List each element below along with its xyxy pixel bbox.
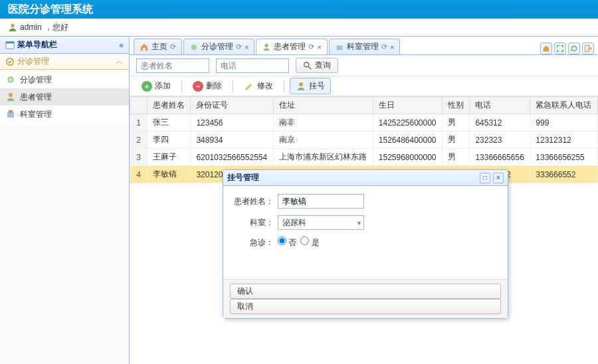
row-number: 3	[130, 149, 148, 166]
cell-sex: 男	[443, 132, 470, 149]
col-name[interactable]: 患者姓名	[148, 97, 191, 114]
col-id[interactable]: 身份证号	[191, 97, 274, 114]
svg-rect-8	[143, 47, 146, 50]
chevron-down-icon: ▾	[357, 219, 361, 227]
search-name-input[interactable]	[136, 58, 209, 73]
row-number: 1	[130, 114, 148, 132]
cell-addr: 上海市浦东新区幻林东路	[273, 149, 373, 166]
nav-item-triage[interactable]: 分诊管理	[0, 71, 129, 88]
cell-ephone: 13366656255	[530, 149, 598, 166]
nav-item-dept[interactable]: 科室管理	[0, 106, 129, 123]
svg-rect-11	[337, 45, 343, 50]
register-button[interactable]: 挂号	[290, 78, 331, 94]
col-phone[interactable]: 电话	[470, 97, 530, 114]
separator	[181, 80, 182, 92]
close-icon[interactable]: ×	[390, 43, 394, 51]
user-icon	[8, 23, 17, 32]
home-button[interactable]	[540, 43, 552, 54]
patient-icon	[5, 92, 16, 102]
cell-id: 348934	[191, 132, 274, 149]
dept-value: 泌尿科	[282, 217, 306, 228]
logout-button[interactable]	[582, 43, 594, 54]
cell-ephone: 999	[530, 114, 598, 132]
dialog-close-button[interactable]: ×	[493, 173, 504, 183]
urgent-yes-radio[interactable]	[300, 236, 309, 245]
search-label: 查询	[315, 60, 331, 71]
dept-icon	[335, 43, 344, 52]
cell-phone: 13366665656	[470, 149, 530, 166]
edit-label: 修改	[257, 80, 273, 92]
tab-label: 患者管理	[274, 41, 306, 52]
col-addr[interactable]: 住址	[273, 97, 373, 114]
accordion-header[interactable]: 分诊管理 ︿	[0, 54, 129, 70]
close-icon[interactable]: ×	[317, 43, 321, 51]
dialog-title-bar[interactable]: 挂号管理 □ ×	[223, 170, 508, 186]
search-bar: 查询	[130, 55, 598, 76]
urgent-no-option[interactable]: 否	[278, 236, 296, 248]
dept-select[interactable]: 泌尿科 ▾	[278, 215, 364, 230]
sidebar-collapse-icon[interactable]: «	[119, 41, 124, 50]
cell-ephone: 12312312	[530, 132, 598, 149]
tab-label: 主页	[151, 41, 167, 52]
cell-name: 张三	[148, 114, 191, 132]
table-row[interactable]: 2 李四 348934 南京 1526486400000 男 232323 12…	[130, 132, 598, 149]
group-icon	[5, 57, 15, 66]
add-icon: +	[142, 81, 152, 92]
nav-item-patients[interactable]: 患者管理	[0, 88, 129, 106]
urgent-yes-option[interactable]: 是	[300, 236, 319, 248]
delete-button[interactable]: − 删除	[187, 78, 227, 94]
search-phone-input[interactable]	[216, 58, 289, 73]
ok-button[interactable]: 确认	[230, 284, 501, 299]
tab-dept[interactable]: 科室管理 ⟳ ×	[329, 39, 400, 54]
urgent-no-radio[interactable]	[278, 236, 286, 245]
urgent-label: 急诊：	[234, 237, 274, 248]
name-input[interactable]	[278, 194, 364, 209]
add-label: 添加	[155, 80, 171, 92]
cell-birth: 1526486400000	[373, 132, 442, 149]
table-row[interactable]: 1 张三 123456 南非 1425225600000 男 645312 99…	[130, 114, 598, 132]
search-icon	[303, 61, 312, 70]
cell-birth: 1525968000000	[373, 149, 442, 166]
nav-item-label: 科室管理	[20, 109, 52, 120]
col-sex[interactable]: 性别	[443, 97, 470, 114]
row-number: 4	[130, 166, 148, 183]
dialog-max-button[interactable]: □	[480, 173, 490, 183]
cell-name: 王麻子	[148, 149, 191, 166]
delete-label: 删除	[206, 80, 222, 92]
tab-patients[interactable]: 患者管理 ⟳ ×	[256, 39, 327, 54]
table-row[interactable]: 3 王麻子 6201032566552554 上海市浦东新区幻林东路 15259…	[130, 149, 598, 166]
svg-point-13	[304, 62, 309, 66]
app-title: 医院分诊管理系统	[8, 3, 93, 15]
add-button[interactable]: + 添加	[136, 78, 176, 94]
svg-rect-6	[7, 112, 14, 118]
tab-triage[interactable]: 分诊管理 ⟳ ×	[183, 39, 254, 54]
close-icon[interactable]: ×	[245, 43, 249, 51]
cancel-button[interactable]: 取消	[230, 299, 501, 314]
dialog-title: 挂号管理	[227, 172, 259, 183]
cell-phone: 645312	[470, 114, 530, 132]
dept-icon	[5, 109, 16, 120]
cell-id: 123456	[191, 114, 274, 132]
search-button[interactable]: 查询	[296, 58, 338, 73]
col-ephone[interactable]: 紧急联系人电话	[530, 97, 598, 114]
cell-phone: 232323	[470, 132, 530, 149]
reload-icon[interactable]: ⟳	[308, 43, 314, 51]
reload-icon[interactable]: ⟳	[236, 43, 242, 51]
register-label: 挂号	[309, 80, 325, 92]
svg-point-9	[191, 44, 197, 50]
dept-label: 科室：	[234, 217, 274, 228]
refresh-button[interactable]	[568, 43, 580, 54]
user-greeting: ，您好	[45, 22, 68, 33]
svg-rect-7	[9, 110, 13, 113]
reload-icon[interactable]: ⟳	[381, 43, 387, 51]
chevron-up-icon: ︿	[116, 56, 124, 67]
nav-item-label: 分诊管理	[20, 74, 52, 86]
cell-addr: 南京	[273, 132, 373, 149]
svg-point-5	[9, 93, 13, 97]
edit-button[interactable]: 修改	[239, 78, 278, 94]
tab-label: 分诊管理	[201, 41, 233, 52]
tab-home[interactable]: 主页 ⟳	[134, 39, 182, 54]
reload-icon[interactable]: ⟳	[170, 43, 176, 51]
fullscreen-button[interactable]	[554, 43, 566, 54]
col-birth[interactable]: 生日	[373, 97, 442, 114]
